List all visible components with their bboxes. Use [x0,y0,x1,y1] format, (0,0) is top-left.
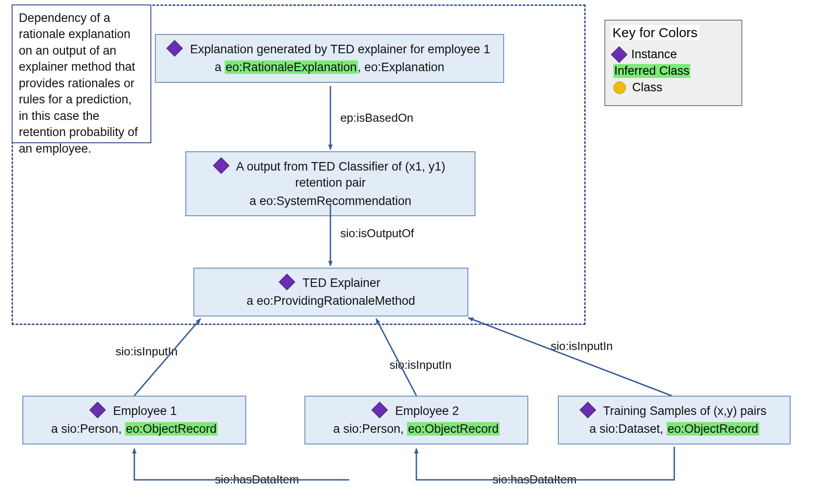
arrow-isinputin-2 [376,319,416,396]
diamond-icon [279,274,295,290]
node-emp2-type: a sio:Person, eo:ObjectRecord [314,421,518,437]
edge-label-hasdataitem-2: sio:hasDataItem [492,473,577,487]
node-training-type: a sio:Dataset, eo:ObjectRecord [568,421,781,437]
edge-label-hasdataitem-1: sio:hasDataItem [215,473,299,487]
legend-title: Key for Colors [611,25,699,40]
node-emp1-type: a sio:Person, eo:ObjectRecord [32,421,236,437]
type-inferred: eo:ObjectRecord [667,422,759,436]
node-output: A output from TED Classifier of (x1, y1)… [185,151,475,216]
type-rest: , eo:Explanation [358,60,445,74]
description-text: Dependency of a rationale explanation on… [19,11,138,155]
legend-label-instance: Instance [631,47,677,61]
diamond-icon [213,158,230,174]
node-employee-2: Employee 2 a sio:Person, eo:ObjectRecord [304,396,528,444]
diamond-icon [611,46,628,63]
node-explainer-type: a eo:ProvidingRationaleMethod [203,293,458,309]
node-output-title: A output from TED Classifier of (x1, y1)… [236,160,445,189]
node-explainer: TED Explainer a eo:ProvidingRationaleMet… [193,268,468,316]
edge-label-isinputin-1: sio:isInputIn [116,345,178,359]
diamond-icon [90,402,106,419]
node-explainer-title: TED Explainer [302,276,380,290]
node-training-title: Training Samples of (x,y) pairs [603,404,766,418]
node-employee-1: Employee 1 a sio:Person, eo:ObjectRecord [22,396,246,444]
type-prefix: a [215,60,225,74]
legend-label-class: Class [632,81,663,94]
node-explanation: Explanation generated by TED explainer f… [155,34,504,83]
circle-icon [613,81,626,94]
legend-box: Key for Colors Instance Inferred Class C… [604,20,742,106]
node-explanation-type: a eo:RationaleExplanation, eo:Explanatio… [165,59,494,75]
diamond-icon [167,40,183,57]
legend-row-instance: Instance [613,47,733,61]
diamond-icon [372,402,388,419]
diamond-icon [580,402,596,419]
legend-row-inferred: Inferred Class [613,64,733,78]
type-prefix: a sio:Person, [333,422,407,436]
node-training-samples: Training Samples of (x,y) pairs a sio:Da… [558,396,791,444]
edge-label-isinputin-3: sio:isInputIn [551,339,613,353]
node-output-type: a eo:SystemRecommendation [195,193,466,209]
type-prefix: a sio:Dataset, [589,422,667,436]
type-inferred: eo:RationaleExplanation [225,60,358,74]
edge-label-isinputin-2: sio:isInputIn [390,358,452,372]
legend-row-class: Class [613,81,733,94]
type-prefix: a sio:Person, [51,422,125,436]
node-explanation-title: Explanation generated by TED explainer f… [190,43,490,56]
arrow-isinputin-3 [468,318,672,396]
node-emp1-title: Employee 1 [113,404,177,418]
type-inferred: eo:ObjectRecord [125,422,218,436]
node-emp2-title: Employee 2 [395,404,459,418]
description-box: Dependency of a rationale explanation on… [12,4,151,143]
legend-label-inferred: Inferred Class [613,64,690,78]
edge-label-isoutputof: sio:isOutputOf [340,226,414,240]
type-inferred: eo:ObjectRecord [407,422,500,436]
edge-label-isbasedon: ep:isBasedOn [340,111,413,125]
